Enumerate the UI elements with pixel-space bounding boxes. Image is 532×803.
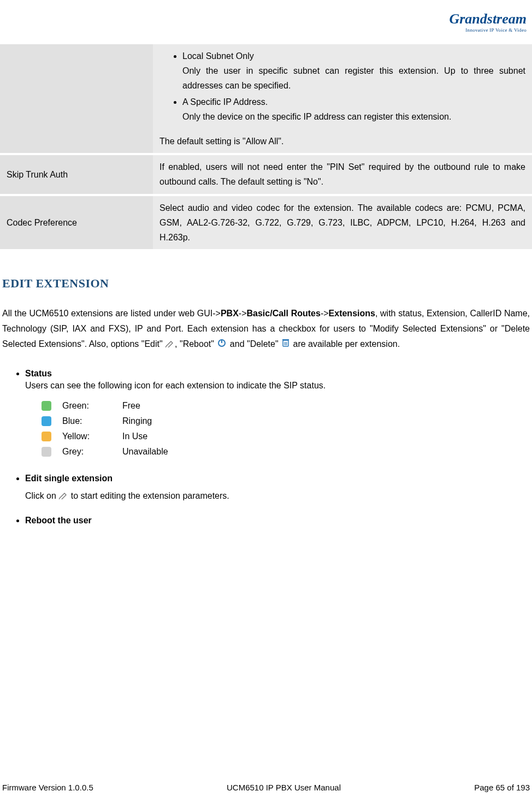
row-label-skip-trunk: Skip Trunk Auth [0, 154, 153, 194]
logo-text: Grandstream [449, 11, 527, 27]
edit-desc2: to start editing the extension parameter… [71, 491, 229, 500]
status-color-label: Green: [62, 401, 122, 411]
intro-bold-routes: Basic/Call Routes [246, 309, 320, 318]
bullet-edit-single: Edit single extension Click on to start … [25, 474, 530, 501]
row-value-codec: Select audio and video codec for the ext… [153, 195, 532, 250]
row-label-codec: Codec Preference [0, 195, 153, 250]
status-legend: Green: Free Blue: Ringing Yellow: In Use [42, 398, 530, 459]
status-title: Status [25, 369, 52, 378]
yellow-swatch [42, 432, 51, 441]
options-table: Local Subnet Only Only the user in speci… [0, 44, 532, 249]
intro-part5: are available per extension. [291, 339, 400, 349]
svg-rect-6 [282, 339, 289, 340]
grey-swatch [42, 447, 51, 457]
status-row-grey: Grey: Unavailable [42, 444, 530, 459]
status-meaning: In Use [122, 432, 147, 441]
intro-part4: and "Delete" [227, 339, 281, 349]
edit-icon [58, 492, 68, 501]
logo-subtitle: Innovative IP Voice & Video [449, 27, 527, 33]
intro-sep1: -> [239, 309, 247, 318]
footer-firmware: Firmware Version 1.0.0.5 [2, 783, 93, 792]
bullet-specific-ip: A Specific IP Address. Only the device o… [182, 95, 525, 124]
reboot-user-title: Reboot the user [25, 516, 92, 525]
brand-logo: Grandstream Innovative IP Voice & Video [449, 11, 527, 33]
status-meaning: Unavailable [122, 447, 168, 457]
row-value-skip-trunk: If enabled, users will not need enter th… [153, 154, 532, 194]
bullet-title: Local Subnet Only [182, 49, 525, 63]
intro-bold-ext: Extensions [329, 309, 375, 318]
row-value-allow: Local Subnet Only Only the user in speci… [153, 44, 532, 154]
footer-page: Page 65 of 193 [474, 783, 530, 792]
status-row-green: Green: Free [42, 398, 530, 414]
bullet-local-subnet: Local Subnet Only Only the user in speci… [182, 49, 525, 93]
intro-paragraph: All the UCM6510 extensions are listed un… [2, 306, 530, 352]
section-heading-edit-extension: EDIT EXTENSION [2, 276, 530, 291]
page-footer: Firmware Version 1.0.0.5 UCM6510 IP PBX … [0, 783, 532, 792]
status-color-label: Blue: [62, 416, 122, 426]
bullet-desc: Only the user in specific subnet can reg… [182, 63, 525, 93]
bullet-status: Status Users can see the following icon … [25, 369, 530, 459]
intro-bold-pbx: PBX [221, 309, 239, 318]
status-meaning: Free [122, 401, 140, 411]
row-label-empty [0, 44, 153, 154]
default-setting-text: The default setting is "Allow All". [159, 134, 525, 149]
delete-icon [281, 337, 291, 352]
edit-icon [165, 337, 175, 352]
status-color-label: Yellow: [62, 432, 122, 441]
status-color-label: Grey: [62, 447, 122, 457]
status-desc: Users can see the following icon for eac… [25, 381, 530, 391]
edit-desc1: Click on [25, 491, 58, 500]
bullet-reboot-user: Reboot the user [25, 516, 530, 526]
footer-title: UCM6510 IP PBX User Manual [227, 783, 341, 792]
status-row-yellow: Yellow: In Use [42, 429, 530, 444]
green-swatch [42, 401, 51, 411]
edit-single-desc: Click on to start editing the extension … [25, 491, 530, 501]
intro-part1: All the UCM6510 extensions are listed un… [2, 309, 221, 318]
intro-sep2: -> [321, 309, 329, 318]
blue-swatch [42, 416, 51, 426]
bullet-title: A Specific IP Address. [182, 95, 525, 109]
reboot-icon [216, 337, 227, 352]
intro-part3: , "Reboot" [175, 339, 216, 349]
edit-single-title: Edit single extension [25, 474, 113, 483]
status-row-blue: Blue: Ringing [42, 414, 530, 429]
status-meaning: Ringing [122, 416, 152, 426]
bullet-desc: Only the device on the specific IP addre… [182, 109, 525, 124]
logo-area: Grandstream Innovative IP Voice & Video [0, 11, 532, 33]
